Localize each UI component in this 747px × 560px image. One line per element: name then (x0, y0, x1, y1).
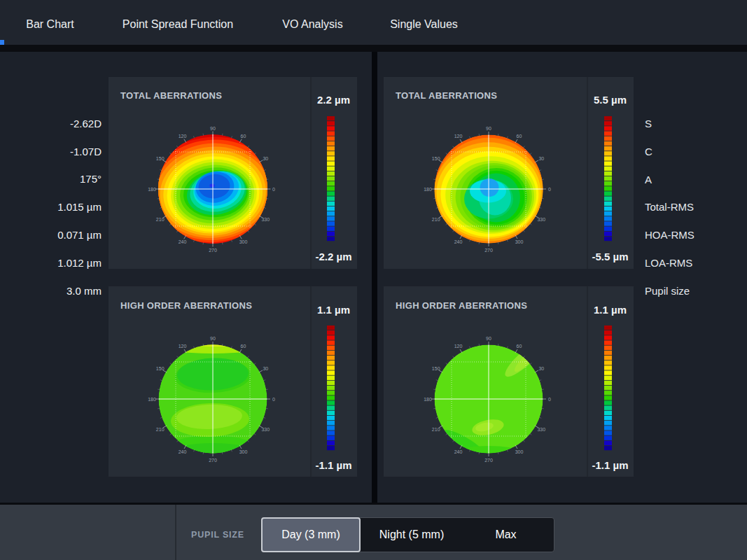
svg-text:300: 300 (515, 239, 524, 244)
svg-text:330: 330 (261, 427, 270, 432)
svg-text:120: 120 (179, 344, 187, 349)
svg-text:330: 330 (537, 217, 545, 222)
svg-text:90: 90 (486, 126, 491, 131)
svg-text:120: 120 (179, 134, 187, 139)
svg-text:150: 150 (432, 156, 440, 161)
svg-text:180: 180 (424, 187, 432, 192)
svg-text:120: 120 (454, 344, 463, 349)
svg-text:240: 240 (454, 239, 463, 244)
svg-text:180: 180 (148, 397, 156, 402)
svg-text:300: 300 (239, 449, 248, 454)
svg-text:270: 270 (484, 248, 493, 253)
svg-text:0: 0 (548, 397, 551, 402)
svg-text:60: 60 (241, 134, 246, 139)
svg-text:180: 180 (424, 397, 432, 402)
svg-text:90: 90 (210, 126, 216, 131)
svg-text:90: 90 (210, 336, 216, 341)
svg-text:90: 90 (486, 336, 491, 341)
svg-text:30: 30 (263, 366, 268, 371)
svg-text:330: 330 (537, 427, 545, 432)
svg-text:270: 270 (209, 248, 217, 253)
svg-text:300: 300 (515, 449, 524, 454)
svg-text:120: 120 (454, 134, 463, 139)
svg-text:60: 60 (241, 344, 246, 349)
svg-text:150: 150 (156, 156, 165, 161)
svg-text:210: 210 (156, 427, 165, 432)
svg-text:210: 210 (432, 427, 440, 432)
svg-text:30: 30 (538, 156, 544, 161)
svg-text:210: 210 (156, 217, 165, 222)
svg-text:30: 30 (538, 366, 544, 371)
svg-text:300: 300 (239, 239, 248, 244)
svg-text:240: 240 (179, 449, 187, 454)
svg-text:210: 210 (432, 217, 440, 222)
svg-text:0: 0 (548, 187, 551, 192)
svg-text:0: 0 (272, 187, 275, 192)
svg-text:60: 60 (517, 344, 522, 349)
svg-text:240: 240 (454, 449, 463, 454)
svg-text:60: 60 (517, 134, 522, 139)
svg-text:0: 0 (272, 397, 275, 402)
svg-text:270: 270 (209, 458, 217, 463)
svg-text:30: 30 (263, 156, 268, 161)
svg-text:150: 150 (156, 366, 165, 371)
svg-text:330: 330 (261, 217, 270, 222)
svg-text:240: 240 (179, 239, 187, 244)
svg-text:270: 270 (484, 458, 493, 463)
svg-text:180: 180 (148, 187, 156, 192)
svg-text:150: 150 (432, 366, 440, 371)
